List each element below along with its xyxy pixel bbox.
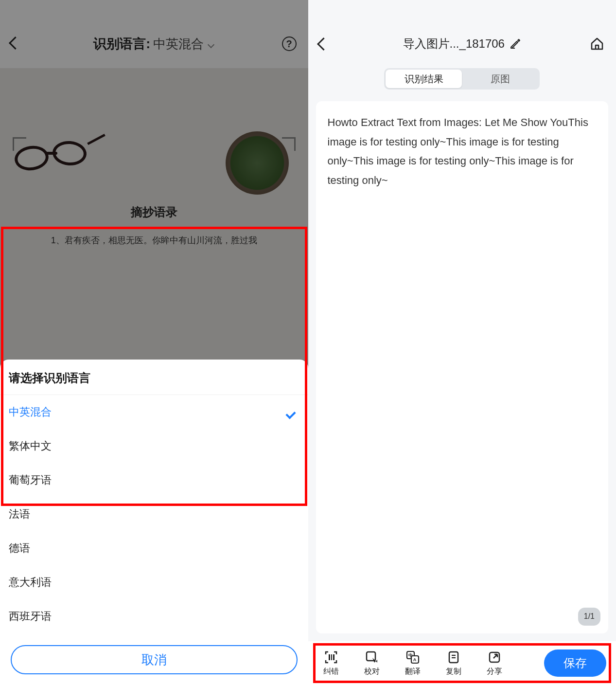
translate-button[interactable]: 中 A 翻译 bbox=[400, 650, 426, 677]
language-list: 中英混合 繁体中文 葡萄牙语 法语 德语 意大利语 西班牙语 bbox=[0, 395, 308, 633]
scan-icon bbox=[324, 650, 338, 665]
lang-item-fr[interactable]: 法语 bbox=[0, 497, 308, 531]
lang-item-zh-trad[interactable]: 繁体中文 bbox=[0, 429, 308, 463]
right-pane: 导入图片..._181706 识别结果 原图 Howto Extract Tex… bbox=[308, 0, 616, 685]
lang-label: 繁体中文 bbox=[9, 439, 52, 453]
share-button[interactable]: 分享 bbox=[481, 650, 508, 677]
compare-icon bbox=[365, 650, 379, 665]
title-text: 导入图片..._181706 bbox=[403, 36, 505, 52]
tab-result[interactable]: 识别结果 bbox=[386, 70, 462, 88]
correct-button[interactable]: 纠错 bbox=[318, 650, 344, 677]
svg-rect-2 bbox=[333, 654, 334, 660]
lang-item-pt[interactable]: 葡萄牙语 bbox=[0, 463, 308, 497]
toolbar-label: 纠错 bbox=[323, 667, 339, 677]
toolbar-label: 复制 bbox=[446, 667, 461, 677]
document-title[interactable]: 导入图片..._181706 bbox=[403, 36, 521, 52]
lang-label: 葡萄牙语 bbox=[9, 473, 52, 487]
toolbar-label: 翻译 bbox=[405, 667, 421, 677]
svg-rect-1 bbox=[331, 654, 332, 660]
cancel-label: 取消 bbox=[141, 651, 167, 668]
sheet-title: 请选择识别语言 bbox=[0, 360, 308, 395]
page-badge[interactable]: 1/1 bbox=[578, 608, 600, 626]
language-sheet: 请选择识别语言 中英混合 繁体中文 葡萄牙语 法语 德语 意大利语 西班牙语 bbox=[0, 360, 308, 685]
result-tabs: 识别结果 原图 bbox=[384, 68, 540, 90]
left-pane: 识别语言: 中英混合 ? 摘抄语录 1、君有疾否，相思无医。你眸中有山川河流，胜… bbox=[0, 0, 308, 685]
svg-text:A: A bbox=[413, 657, 416, 662]
save-label: 保存 bbox=[563, 656, 587, 669]
lang-label: 法语 bbox=[9, 507, 30, 522]
lang-label: 意大利语 bbox=[9, 575, 52, 590]
page-text: 1/1 bbox=[584, 612, 595, 620]
right-header: 导入图片..._181706 bbox=[308, 19, 616, 68]
toolbar-label: 分享 bbox=[487, 667, 502, 677]
check-icon bbox=[287, 408, 299, 416]
tab-label: 原图 bbox=[491, 72, 510, 86]
edit-icon bbox=[510, 38, 521, 50]
translate-icon: 中 A bbox=[405, 650, 420, 665]
lang-label: 中英混合 bbox=[9, 405, 52, 419]
home-icon bbox=[590, 36, 604, 51]
result-body[interactable]: Howto Extract Text from Images: Let Me S… bbox=[316, 101, 609, 633]
share-icon bbox=[487, 650, 502, 665]
bottom-toolbar: 纠错 校对 中 A 翻译 复制 bbox=[308, 641, 616, 685]
tab-original[interactable]: 原图 bbox=[462, 70, 538, 88]
lang-label: 德语 bbox=[9, 541, 30, 556]
tab-label: 识别结果 bbox=[405, 72, 443, 86]
result-text: Howto Extract Text from Images: Let Me S… bbox=[328, 116, 588, 186]
lang-item-es[interactable]: 西班牙语 bbox=[0, 599, 308, 633]
proofread-button[interactable]: 校对 bbox=[359, 650, 385, 677]
home-button[interactable] bbox=[590, 36, 604, 51]
toolbar-label: 校对 bbox=[364, 667, 380, 677]
svg-rect-0 bbox=[329, 654, 330, 660]
copy-icon bbox=[446, 650, 461, 665]
lang-label: 西班牙语 bbox=[9, 609, 52, 624]
lang-item-zh-en[interactable]: 中英混合 bbox=[0, 395, 308, 429]
back-button[interactable] bbox=[317, 37, 325, 50]
lang-item-it[interactable]: 意大利语 bbox=[0, 565, 308, 599]
chevron-left-icon bbox=[317, 37, 325, 50]
lang-item-de[interactable]: 德语 bbox=[0, 531, 308, 565]
copy-button[interactable]: 复制 bbox=[440, 650, 467, 677]
cancel-button[interactable]: 取消 bbox=[11, 645, 298, 674]
save-button[interactable]: 保存 bbox=[544, 649, 606, 677]
